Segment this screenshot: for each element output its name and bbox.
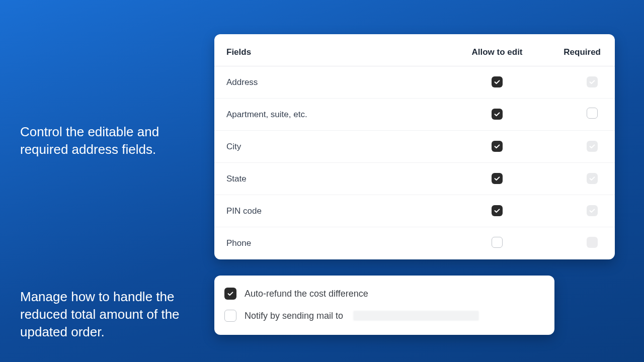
required-checkbox-phone [587,237,598,248]
notify-mail-email-masked [353,311,479,321]
required-checkbox-pin-code [587,205,598,216]
column-header-allow: Allow to edit [471,47,522,57]
notify-mail-checkbox[interactable] [224,310,236,322]
field-label-address: Address [226,77,462,87]
table-row: PIN code [214,195,615,227]
table-row: Address [214,66,615,99]
table-row: Apartment, suite, etc. [214,99,615,131]
table-row: State [214,163,615,195]
table-row: Phone [214,227,615,259]
option-auto-refund: Auto-refund the cost difference [224,283,544,305]
auto-refund-checkbox[interactable] [224,288,236,300]
field-label-apartment-suite-etc: Apartment, suite, etc. [226,110,462,120]
required-checkbox-apartment-suite-etc[interactable] [587,108,598,119]
address-fields-card: Fields Allow to edit Required Address Ap… [214,34,615,259]
column-header-fields: Fields [226,47,462,57]
field-label-pin-code: PIN code [226,206,462,216]
required-checkbox-state [587,173,598,184]
table-row: City [214,131,615,163]
caption-fields-control: Control the editable and required addres… [20,123,181,158]
refund-handling-card: Auto-refund the cost difference Notify b… [214,276,554,335]
allow-edit-checkbox-city[interactable] [492,141,503,152]
required-checkbox-city [587,141,598,152]
table-header-row: Fields Allow to edit Required [214,38,615,66]
required-checkbox-address [587,76,598,87]
caption-refund-control: Manage how to handle the reduced total a… [20,288,191,341]
allow-edit-checkbox-phone[interactable] [492,237,503,248]
field-label-state: State [226,174,462,184]
column-header-required: Required [564,47,603,57]
allow-edit-checkbox-apartment-suite-etc[interactable] [492,109,503,120]
option-notify-mail: Notify by sending mail to [224,305,544,327]
field-label-city: City [226,142,462,152]
allow-edit-checkbox-pin-code[interactable] [492,205,503,216]
field-label-phone: Phone [226,238,462,248]
auto-refund-label: Auto-refund the cost difference [245,289,368,299]
allow-edit-checkbox-state[interactable] [492,173,503,184]
notify-mail-label: Notify by sending mail to [245,311,343,321]
allow-edit-checkbox-address[interactable] [492,76,503,87]
